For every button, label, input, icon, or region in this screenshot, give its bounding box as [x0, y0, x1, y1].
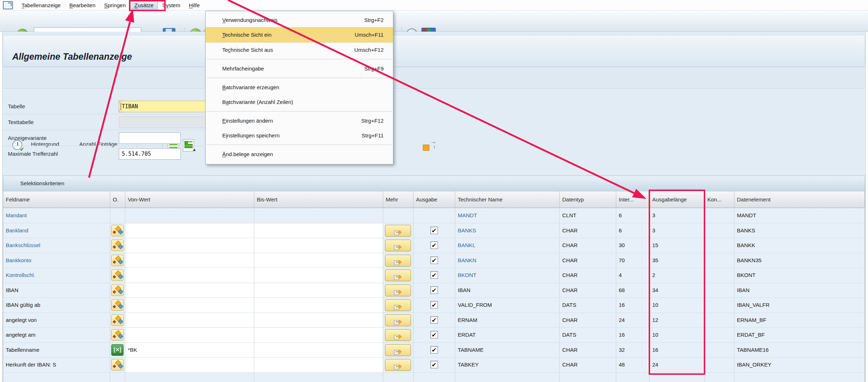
selection-options-icon[interactable]: [111, 255, 124, 266]
pattern-active-icon[interactable]: ✕: [111, 344, 124, 356]
diamond-d2: [113, 290, 116, 294]
ausgabe-checkbox[interactable]: [430, 331, 438, 338]
bis-wert-input[interactable]: [254, 238, 383, 253]
ausgabe-checkbox[interactable]: [430, 301, 438, 309]
ausgabe-checkbox[interactable]: [430, 227, 438, 234]
bis-wert-input[interactable]: [254, 253, 383, 268]
bis-wert-input[interactable]: [254, 358, 383, 373]
mehr-button[interactable]: [385, 359, 411, 371]
von-wert-input[interactable]: *BK: [125, 343, 254, 358]
menubar-item-zus-tze[interactable]: Zusätze: [130, 1, 158, 9]
col-operator[interactable]: O.: [110, 191, 125, 208]
col-datentyp[interactable]: Datentyp: [560, 191, 616, 208]
bis-wert-input[interactable]: [254, 343, 383, 358]
col-datenelement[interactable]: Datenelement: [734, 191, 865, 208]
menu-item-einstellungen-speichern[interactable]: Einstellungen speichernStrg+F11: [206, 128, 393, 143]
technischer-name-cell: BANKS: [455, 223, 560, 238]
menubar-item-system[interactable]: System: [158, 1, 184, 9]
selection-options-icon[interactable]: [111, 329, 124, 341]
von-wert-input[interactable]: [125, 358, 254, 373]
form-separator: [3, 130, 205, 130]
bis-wert-input[interactable]: [254, 223, 383, 238]
anzahl-eintraege-button[interactable]: Anzahl Einträge: [79, 141, 117, 147]
menu-item-einstellungen-ndern[interactable]: Einstellungen ändernStrg+F12: [206, 113, 393, 128]
col-von-wert[interactable]: Von-Wert: [125, 191, 254, 208]
interne-laenge-cell: 6: [616, 208, 650, 223]
ausgabe-checkbox[interactable]: [430, 241, 438, 249]
col-interne-laenge[interactable]: Inter...: [616, 191, 650, 208]
col-bis-wert[interactable]: Bis-Wert: [254, 191, 383, 208]
datentyp-cell: CHAR: [560, 343, 616, 358]
von-wert-input[interactable]: [125, 328, 254, 343]
col-ausgabelaenge[interactable]: Ausgabelänge: [650, 191, 705, 208]
ausgabe-cell: [413, 253, 455, 268]
selection-options-icon[interactable]: [111, 299, 124, 311]
selection-options-icon[interactable]: [111, 240, 124, 251]
von-wert-input[interactable]: [125, 238, 254, 253]
mehr-button[interactable]: [385, 240, 411, 251]
col-feldname[interactable]: Feldname: [3, 191, 110, 208]
menubar-item-hilfe[interactable]: Hilfe: [184, 1, 204, 9]
bis-wert-input[interactable]: [254, 298, 383, 313]
von-wert-input[interactable]: [125, 223, 254, 238]
selection-options-icon[interactable]: [111, 225, 124, 236]
menu-item-verwendungsnachweis[interactable]: VerwendungsnachweisStrg+F2: [206, 13, 393, 27]
ausgabe-checkbox[interactable]: [430, 346, 438, 354]
ausgabe-checkbox[interactable]: [430, 271, 438, 279]
selection-options-icon[interactable]: [111, 285, 124, 296]
mehr-button[interactable]: [385, 344, 411, 356]
bis-wert-input[interactable]: [254, 268, 383, 283]
menu-item-technische-sicht-aus[interactable]: Technische Sicht ausUmsch+F12: [206, 42, 393, 57]
von-wert-input[interactable]: [125, 313, 254, 328]
mehr-button[interactable]: [385, 285, 411, 296]
bis-wert-input[interactable]: [254, 283, 383, 298]
menubar-item-tabellenanzeige[interactable]: Tabellenanzeige: [17, 1, 65, 9]
anzeigevariante-input[interactable]: [119, 132, 181, 144]
von-wert-input[interactable]: [125, 268, 254, 283]
selection-options-icon[interactable]: [111, 359, 124, 370]
col-mehr[interactable]: Mehr: [383, 191, 413, 208]
field-label: Herkunft der IBAN: S: [3, 358, 110, 373]
ausgabelaenge-cell: 10: [650, 328, 705, 343]
selection-options-icon[interactable]: [111, 314, 124, 326]
ausgabe-checkbox[interactable]: [430, 316, 438, 324]
form-separator: [3, 114, 205, 114]
von-wert-input[interactable]: [125, 298, 254, 313]
bis-wert-input: [254, 208, 383, 223]
col-technischer-name[interactable]: Technischer Name: [455, 191, 560, 208]
ausgabe-checkbox[interactable]: [430, 286, 438, 294]
table-row: angelegt amERDATDATS1610ERDAT_BF: [3, 328, 865, 343]
von-wert-input: [125, 208, 254, 223]
menu-item-shortcut: Umsch+F12: [354, 42, 384, 57]
selection-options-icon[interactable]: [111, 269, 124, 281]
mehr-button[interactable]: [385, 225, 411, 237]
menu-item-nd-belege-anzeigen[interactable]: Änd.belege anzeigen: [206, 147, 393, 162]
menu-item-batchvariante-erzeugen[interactable]: Batchvariante erzeugen: [206, 80, 393, 95]
mehr-button[interactable]: [385, 314, 411, 326]
menubar-item-springen[interactable]: Springen: [100, 1, 130, 9]
bis-wert-input[interactable]: [254, 313, 383, 328]
menu-item-batchvariante-anzahl-zeilen[interactable]: Batchvariante (Anzahl Zeilen): [206, 95, 393, 109]
application-icon[interactable]: [3, 1, 13, 9]
col-ausgabe[interactable]: Ausgabe: [413, 191, 455, 208]
ausgabe-checkbox[interactable]: [430, 256, 438, 264]
mehr-button[interactable]: [385, 269, 411, 281]
menu-separator: [206, 143, 393, 147]
adjust-layout-icon[interactable]: → ↑: [423, 139, 437, 151]
menu-item-technische-sicht-ein[interactable]: Technische Sicht einUmsch+F11: [206, 27, 393, 42]
col-konvertierung[interactable]: Kon...: [705, 191, 734, 208]
text-caret: [121, 103, 121, 110]
ausgabe-checkbox[interactable]: [430, 361, 438, 368]
mehr-button[interactable]: [385, 299, 411, 311]
datentyp-cell: CHAR: [560, 313, 616, 328]
table-contents-alt-icon[interactable]: [183, 139, 194, 151]
max-trefferzahl-input[interactable]: 5.514.705: [119, 148, 181, 160]
mehr-button[interactable]: [385, 329, 411, 341]
mehr-button[interactable]: [385, 255, 411, 267]
von-wert-input[interactable]: [125, 253, 254, 268]
von-wert-input[interactable]: [125, 283, 254, 298]
menubar-item-bearbeiten[interactable]: Bearbeiten: [65, 1, 100, 9]
bis-wert-input[interactable]: [254, 328, 383, 343]
interne-laenge-cell: 68: [616, 283, 650, 298]
menu-item-mehrfacheingabe[interactable]: MehrfacheingabeStrg+F9: [206, 61, 393, 76]
